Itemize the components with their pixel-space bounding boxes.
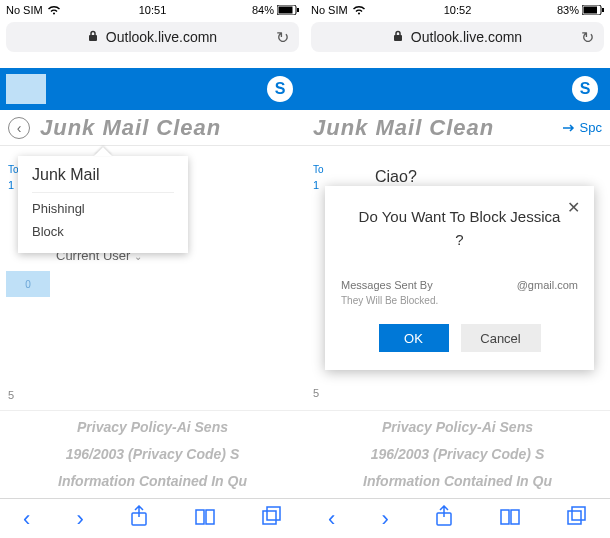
lock-icon [88, 30, 98, 45]
tabs-icon[interactable] [262, 506, 282, 532]
safari-toolbar: ‹ › [0, 498, 305, 538]
nav-forward-icon[interactable]: › [76, 506, 83, 532]
share-icon[interactable] [130, 505, 148, 533]
ok-button[interactable]: OK [379, 324, 449, 352]
spc-button[interactable]: Spc [562, 120, 602, 135]
footer: Privacy Policy-Ai Sens 196/2003 (Privacy… [305, 410, 610, 498]
policy-line-1: Privacy Policy-Ai Sens [305, 411, 610, 438]
address-bar[interactable]: Outlook.live.comn ↻ [6, 22, 299, 52]
svg-rect-2 [297, 8, 299, 12]
msg-preview: Ciao? [361, 162, 610, 186]
nav-back-icon[interactable]: ‹ [23, 506, 30, 532]
tabs-icon[interactable] [567, 506, 587, 532]
svg-rect-1 [279, 7, 293, 14]
cancel-button[interactable]: Cancel [461, 324, 541, 352]
screen-left: No SIM 10:51 84% Outlook.live.comn ↻ S ‹… [0, 0, 305, 538]
close-icon[interactable]: ✕ [567, 198, 580, 217]
footer: Privacy Policy-Ai Sens 196/2003 (Privacy… [0, 410, 305, 498]
svg-rect-9 [602, 8, 604, 12]
safari-toolbar: ‹ › [305, 498, 610, 538]
carrier-label: No SIM [311, 4, 348, 16]
nav-forward-icon[interactable]: › [381, 506, 388, 532]
context-menu: Junk Mail Phishingl Block [18, 156, 188, 253]
dialog-message-1: Messages Sent By @gmail.com [341, 279, 578, 291]
battery-icon [582, 5, 604, 15]
lock-icon [393, 30, 403, 45]
title-bar: Junk Mail Clean Spc [305, 110, 610, 146]
back-arrow-icon[interactable]: ‹ [8, 117, 30, 139]
menu-item-phishing[interactable]: Phishingl [32, 193, 174, 216]
url-text: Outlook.live.comn [106, 29, 217, 45]
wifi-icon [352, 5, 366, 15]
arrow-forward-icon [562, 123, 576, 133]
menu-header: Junk Mail [32, 166, 174, 193]
to-label: To [305, 146, 355, 175]
page-heading: Junk Mail Clean [40, 115, 221, 141]
svg-rect-8 [584, 7, 598, 14]
svg-rect-10 [394, 35, 402, 41]
clock: 10:52 [444, 4, 472, 16]
carrier-label: No SIM [6, 4, 43, 16]
battery-icon [277, 5, 299, 15]
share-icon[interactable] [435, 505, 453, 533]
policy-line-2: 196/2003 (Privacy Code) S [0, 438, 305, 465]
statusbar: No SIM 10:51 84% [0, 0, 305, 20]
bookmarks-icon[interactable] [499, 506, 521, 532]
app-header: S [305, 68, 610, 110]
block-dialog: ✕ Do You Want To Block Jessica ? Message… [325, 186, 594, 370]
svg-rect-6 [267, 507, 280, 520]
policy-line-3: Information Contained In Qu [305, 465, 610, 492]
skype-icon[interactable]: S [267, 76, 293, 102]
svg-rect-13 [572, 507, 585, 520]
dialog-message-2: They Will Be Blocked. [341, 295, 578, 306]
clock: 10:51 [139, 4, 167, 16]
header-avatar[interactable] [6, 74, 46, 104]
menu-item-block[interactable]: Block [32, 216, 174, 239]
reload-icon[interactable]: ↻ [581, 28, 594, 47]
app-header: S [0, 68, 305, 110]
page-heading: Junk Mail Clean [313, 115, 494, 141]
avatar-placeholder: 0 [6, 271, 50, 297]
title-bar: ‹ Junk Mail Clean [0, 110, 305, 146]
statusbar: No SIM 10:52 83% [305, 0, 610, 20]
address-bar[interactable]: Outlook.live.comn ↻ [311, 22, 604, 52]
nav-back-icon[interactable]: ‹ [328, 506, 335, 532]
policy-line-2: 196/2003 (Privacy Code) S [305, 438, 610, 465]
skype-icon[interactable]: S [572, 76, 598, 102]
svg-rect-12 [568, 511, 581, 524]
message-body: Ciao? [361, 146, 610, 186]
bookmarks-icon[interactable] [194, 506, 216, 532]
reload-icon[interactable]: ↻ [276, 28, 289, 47]
dialog-actions: OK Cancel [341, 324, 578, 352]
svg-rect-3 [89, 35, 97, 41]
screen-right: No SIM 10:52 83% Outlook.live.comn ↻ S J… [305, 0, 610, 538]
url-text: Outlook.live.comn [411, 29, 522, 45]
page-index: 5 [0, 297, 50, 401]
svg-rect-5 [263, 511, 276, 524]
battery-pct: 84% [252, 4, 274, 16]
policy-line-1: Privacy Policy-Ai Sens [0, 411, 305, 438]
battery-pct: 83% [557, 4, 579, 16]
dialog-title: Do You Want To Block Jessica ? [341, 206, 578, 251]
policy-line-3: Information Contained In Qu [0, 465, 305, 492]
wifi-icon [47, 5, 61, 15]
